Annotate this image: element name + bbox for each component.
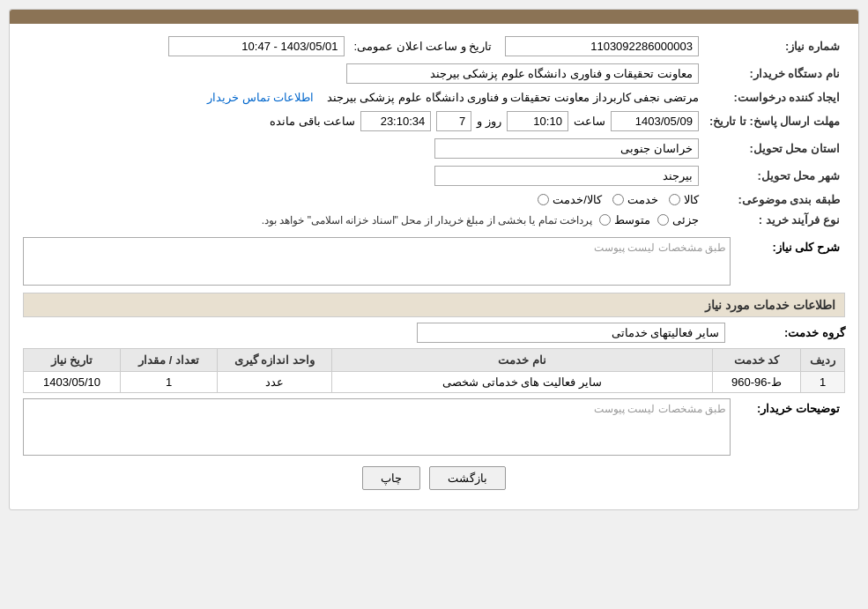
need-number-label: شماره نیاز: bbox=[704, 33, 845, 60]
process-value: جزئی متوسط پرداخت تمام یا بخشی از مبلغ خ… bbox=[23, 210, 704, 230]
info-table: شماره نیاز: 1103092286000003 تاریخ و ساع… bbox=[23, 33, 845, 230]
process-label: نوع فرآیند خرید : bbox=[704, 210, 845, 230]
announce-value: 1403/05/01 - 10:47 bbox=[168, 36, 345, 56]
cell-measure: عدد bbox=[218, 372, 332, 393]
creator-row: ایجاد کننده درخواست: مرتضی نجفی کاربرداز… bbox=[23, 87, 845, 108]
radio-service-label: خدمت bbox=[627, 193, 658, 206]
process-desc: پرداخت تمام یا بخشی از مبلغ خریدار از مح… bbox=[262, 214, 592, 227]
buyer-org-label: نام دستگاه خریدار: bbox=[704, 60, 845, 87]
col-name: نام خدمت bbox=[332, 349, 713, 372]
time-label: ساعت bbox=[574, 115, 605, 128]
radio-partial[interactable] bbox=[657, 214, 669, 226]
buyer-org-box: معاونت تحقیقات و فناوری دانشگاه علوم پزش… bbox=[346, 63, 699, 84]
print-button[interactable]: چاپ bbox=[362, 466, 420, 490]
radio-goods-label: کالا bbox=[684, 193, 699, 206]
category-radio-group: کالا خدمت کالا/خدمت bbox=[538, 193, 699, 206]
need-number-row: شماره نیاز: 1103092286000003 تاریخ و ساع… bbox=[23, 33, 845, 60]
col-measure: واحد اندازه گیری bbox=[218, 349, 332, 372]
service-group-label: گروه خدمت: bbox=[731, 326, 845, 339]
creator-value: مرتضی نجفی کاربرداز معاونت تحقیقات و فنا… bbox=[23, 87, 704, 108]
deadline-row: مهلت ارسال پاسخ: تا تاریخ: 1403/05/09 سا… bbox=[23, 108, 845, 135]
category-radios: کالا خدمت کالا/خدمت bbox=[23, 189, 704, 210]
cell-row: 1 bbox=[801, 372, 845, 393]
buyer-desc-area bbox=[23, 398, 731, 456]
need-desc-section: شرح کلی نیاز: <span data-bind="page.fiel… bbox=[23, 237, 845, 286]
buyer-desc-section: توضیحات خریدار: bbox=[23, 398, 845, 456]
buyer-org-row: نام دستگاه خریدار: معاونت تحقیقات و فناو… bbox=[23, 60, 845, 87]
service-group-row: گروه خدمت: سایر فعالیتهای خدماتی bbox=[23, 323, 845, 343]
process-medium-label: متوسط bbox=[614, 213, 650, 227]
category-row: طبقه بندی موضوعی: کالا خدمت bbox=[23, 189, 845, 210]
cell-count: 1 bbox=[121, 372, 218, 393]
col-code: کد خدمت bbox=[713, 349, 801, 372]
city-label: شهر محل تحویل: bbox=[704, 162, 845, 189]
radio-goods-service-item: کالا/خدمت bbox=[538, 193, 602, 206]
radio-medium[interactable] bbox=[599, 214, 611, 226]
buyer-desc-label: توضیحات خریدار: bbox=[731, 398, 845, 419]
need-desc-textarea[interactable]: <span data-bind="page.fields.need_desc_p… bbox=[23, 237, 731, 286]
process-partial-item: جزئی bbox=[657, 213, 699, 227]
province-box: خراسان جنوبی bbox=[434, 138, 699, 159]
col-count: تعداد / مقدار bbox=[121, 349, 218, 372]
radio-goods-item: کالا bbox=[669, 193, 699, 206]
remaining-box: 23:10:34 bbox=[360, 111, 431, 131]
radio-goods[interactable] bbox=[669, 194, 680, 205]
province-label: استان محل تحویل: bbox=[704, 135, 845, 162]
day-label: روز و bbox=[477, 115, 501, 128]
deadline-date-box: 1403/05/09 bbox=[611, 111, 699, 131]
services-table-body: 1ط-96-960سایر فعالیت های خدماتی شخصیعدد1… bbox=[24, 372, 845, 393]
services-table-header-row: ردیف کد خدمت نام خدمت واحد اندازه گیری ت… bbox=[24, 349, 845, 372]
buyer-desc-textarea[interactable] bbox=[23, 398, 731, 456]
need-number-value: 1103092286000003 تاریخ و ساعت اعلان عموم… bbox=[23, 33, 704, 60]
deadline-date-row: 1403/05/09 ساعت 10:10 روز و 7 23:10:34 س… bbox=[28, 111, 699, 131]
city-box: بیرجند bbox=[434, 166, 699, 186]
service-group-value: سایر فعالیتهای خدماتی bbox=[417, 323, 725, 343]
buyer-org-value: معاونت تحقیقات و فناوری دانشگاه علوم پزش… bbox=[23, 60, 704, 87]
contact-link[interactable]: اطلاعات تماس خریدار bbox=[207, 91, 314, 104]
page-title bbox=[10, 10, 858, 24]
creator-label: ایجاد کننده درخواست: bbox=[704, 87, 845, 108]
need-number-box: 1103092286000003 bbox=[505, 36, 699, 56]
services-title: اطلاعات خدمات مورد نیاز bbox=[705, 298, 835, 312]
col-date: تاریخ نیاز bbox=[24, 349, 121, 372]
city-value: بیرجند bbox=[23, 162, 704, 189]
need-desc-label: شرح کلی نیاز: bbox=[731, 237, 845, 257]
cell-code: ط-96-960 bbox=[713, 372, 801, 393]
services-section-header: اطلاعات خدمات مورد نیاز bbox=[23, 293, 845, 317]
radio-goods-service[interactable] bbox=[538, 194, 549, 205]
services-table: ردیف کد خدمت نام خدمت واحد اندازه گیری ت… bbox=[23, 348, 845, 393]
day-box: 7 bbox=[436, 111, 471, 131]
radio-goods-service-label: کالا/خدمت bbox=[553, 193, 602, 206]
creator-text: مرتضی نجفی کاربرداز معاونت تحقیقات و فنا… bbox=[327, 91, 699, 104]
time-box: 10:10 bbox=[507, 111, 568, 131]
services-table-head: ردیف کد خدمت نام خدمت واحد اندازه گیری ت… bbox=[24, 349, 845, 372]
back-button[interactable]: بازگشت bbox=[429, 466, 506, 490]
radio-service[interactable] bbox=[612, 194, 624, 205]
category-label: طبقه بندی موضوعی: bbox=[704, 189, 845, 210]
buttons-row: چاپ بازگشت bbox=[23, 466, 845, 490]
province-value: خراسان جنوبی bbox=[23, 135, 704, 162]
process-medium-item: متوسط bbox=[599, 213, 650, 227]
content-area: شماره نیاز: 1103092286000003 تاریخ و ساع… bbox=[10, 24, 858, 509]
deadline-value: 1403/05/09 ساعت 10:10 روز و 7 23:10:34 س… bbox=[23, 108, 704, 135]
remaining-label: ساعت باقی مانده bbox=[270, 115, 355, 128]
process-row: نوع فرآیند خرید : جزئی متوسط پرداخت bbox=[23, 210, 845, 230]
need-desc-area: <span data-bind="page.fields.need_desc_p… bbox=[23, 237, 731, 286]
city-row: شهر محل تحویل: بیرجند bbox=[23, 162, 845, 189]
deadline-label: مهلت ارسال پاسخ: تا تاریخ: bbox=[704, 108, 845, 135]
table-row: 1ط-96-960سایر فعالیت های خدماتی شخصیعدد1… bbox=[24, 372, 845, 393]
process-content: جزئی متوسط پرداخت تمام یا بخشی از مبلغ خ… bbox=[28, 213, 699, 227]
announce-label: تاریخ و ساعت اعلان عمومی: bbox=[353, 40, 492, 53]
province-row: استان محل تحویل: خراسان جنوبی bbox=[23, 135, 845, 162]
main-container: شماره نیاز: 1103092286000003 تاریخ و ساع… bbox=[9, 9, 859, 510]
col-row: ردیف bbox=[801, 349, 845, 372]
process-partial-label: جزئی bbox=[672, 213, 699, 227]
radio-service-item: خدمت bbox=[612, 193, 658, 206]
cell-date: 1403/05/10 bbox=[24, 372, 121, 393]
cell-name: سایر فعالیت های خدماتی شخصی bbox=[332, 372, 713, 393]
page-wrapper: شماره نیاز: 1103092286000003 تاریخ و ساع… bbox=[0, 0, 868, 609]
